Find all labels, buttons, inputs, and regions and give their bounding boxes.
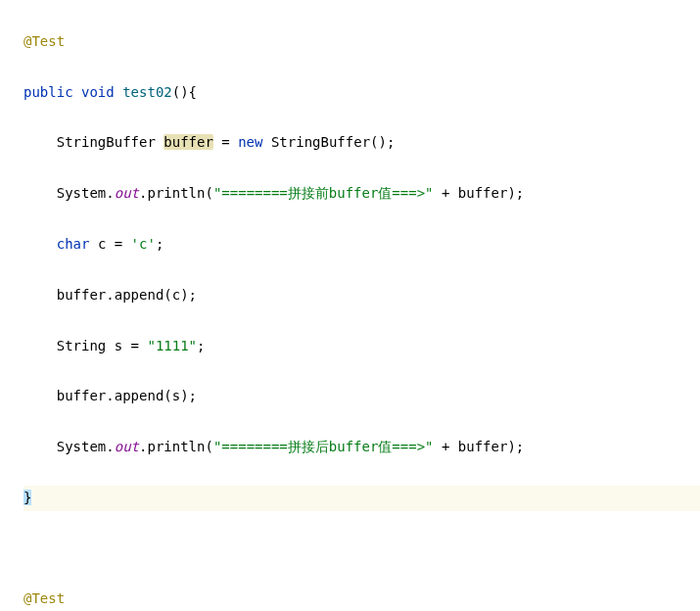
code-editor[interactable]: @Test public void test02(){ StringBuffer…	[0, 0, 700, 611]
code-line: @Test	[23, 29, 700, 55]
code-line: buffer.append(c);	[23, 283, 700, 308]
code-line: String s = "1111";	[23, 334, 700, 359]
code-line: char c = 'c';	[23, 232, 700, 258]
code-line: StringBuffer buffer = new StringBuffer()…	[23, 130, 700, 156]
method-test02: test02	[122, 84, 172, 100]
code-line: buffer.append(s);	[23, 384, 700, 409]
annotation-test: @Test	[23, 33, 65, 49]
code-line: System.out.println("========拼接前buffer值==…	[23, 181, 700, 207]
annotation-test: @Test	[23, 590, 65, 606]
code-line: public void test02(){	[23, 80, 700, 106]
current-line-highlight: }	[23, 486, 700, 511]
code-line	[23, 537, 700, 562]
code-line: System.out.println("========拼接后buffer值==…	[23, 435, 700, 460]
var-buffer-decl: buffer	[163, 134, 213, 150]
closing-brace: }	[23, 490, 31, 505]
code-line: @Test	[23, 587, 700, 611]
